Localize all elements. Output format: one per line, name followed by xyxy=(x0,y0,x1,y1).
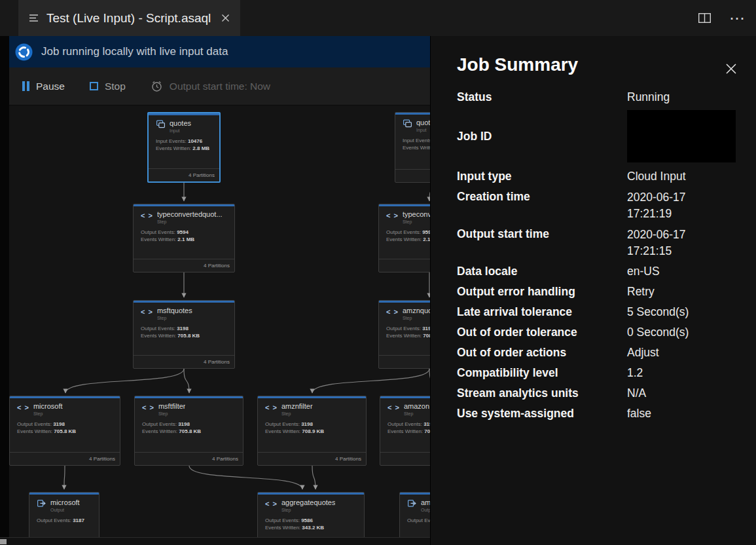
output-start-time-label: Output start time: Now xyxy=(170,81,270,92)
summary-label: Use system-assigned xyxy=(457,406,627,421)
horizontal-scrollbar[interactable] xyxy=(0,537,430,545)
summary-row: Output error handlingRetry xyxy=(457,284,756,299)
node-partitions-label: 4 Partitions xyxy=(10,452,120,465)
split-editor-icon[interactable] xyxy=(698,13,711,23)
node-type-label: Step xyxy=(403,315,430,321)
summary-label: Out of order actions xyxy=(457,345,627,360)
diagram-node-aggregatequotes[interactable]: < >aggregatequotesStepOutput Events: 958… xyxy=(257,492,365,537)
diagram-edge xyxy=(64,466,65,489)
diagram-node-quotes-2[interactable]: quotesInputInput Events: 10476Events Wri… xyxy=(395,112,430,183)
node-title: quotes xyxy=(170,119,191,128)
node-type-label: Step xyxy=(403,219,430,225)
diagram-node-amazon-output[interactable]: amazonOutputOutput Events: xyxy=(399,492,430,537)
node-type-label: Step xyxy=(157,219,223,225)
summary-label: Input type xyxy=(457,169,627,183)
node-title: microsoft xyxy=(33,402,63,411)
job-toolbar: Pause Stop Output start time: Now xyxy=(9,67,430,105)
summary-label: Stream analytics units xyxy=(457,386,627,400)
node-stat: Output Events: 9594 xyxy=(141,229,229,236)
summary-value: 1.2 xyxy=(627,366,738,380)
summary-value: 5 Second(s) xyxy=(627,305,738,319)
node-partitions-label: 4 Partitions xyxy=(149,168,219,181)
node-title: microsoft xyxy=(50,498,80,507)
summary-row: Output start time2020-06-17 17:21:15 xyxy=(457,227,756,259)
tab-close-icon[interactable] xyxy=(221,14,230,22)
summary-row: Data localeen-US xyxy=(457,264,756,278)
diagram-edge xyxy=(312,369,429,393)
node-title: amznquotes xyxy=(403,307,430,315)
diagram-edge xyxy=(65,369,184,393)
node-title: amazon xyxy=(421,498,430,507)
step-icon: < > xyxy=(17,402,29,412)
summary-label: Output start time xyxy=(457,227,627,241)
node-title: msftfilter xyxy=(158,402,186,411)
diagram-node-typeconvertedquotes-2[interactable]: < >typeconvertedquot...StepOutput Events… xyxy=(378,204,430,272)
step-icon: < > xyxy=(387,402,400,412)
diagram-node-typeconvertedquotes[interactable]: < >typeconvertedquot...StepOutput Events… xyxy=(133,204,235,272)
scrollbar-thumb[interactable] xyxy=(0,539,7,544)
node-stat: Output Events: 3198 xyxy=(142,421,238,428)
summary-row: Out of order actionsAdjust xyxy=(457,345,756,360)
notification-message: Job running locally with live input data xyxy=(41,45,228,58)
summary-label: Data locale xyxy=(457,264,627,278)
node-title: aggregatequotes xyxy=(281,498,336,507)
node-type-label: Step xyxy=(158,411,186,417)
job-running-spinner-icon xyxy=(15,43,33,61)
node-stat: Output Events: 3198 xyxy=(386,325,430,332)
diagram-node-amazon[interactable]: < >amazonStepOutput Events: 3198Events W… xyxy=(380,396,430,466)
pause-icon xyxy=(22,81,29,91)
diagram-node-amznfilter[interactable]: < >amznfilterStepOutput Events: 3198Even… xyxy=(257,396,367,466)
job-summary-title: Job Summary xyxy=(457,54,756,76)
node-stat: Events Written: 708.9 KB xyxy=(387,428,430,435)
node-stat: Events Written: 2.8 MB xyxy=(156,145,214,152)
node-stat: Events Written: 708.9 KB xyxy=(386,332,430,339)
notification-bar: Job running locally with live input data xyxy=(9,36,430,67)
tab-test-live-input[interactable]: Test (Live Input) - Script.asaql xyxy=(18,0,240,36)
summary-value: Adjust xyxy=(627,345,738,360)
node-partitions-label: 4 Partitions xyxy=(379,259,430,272)
input-icon xyxy=(156,119,166,129)
diagram-node-msftquotes[interactable]: < >msftquotesStepOutput Events: 3198Even… xyxy=(133,300,235,369)
summary-value: false xyxy=(627,406,738,421)
app-window: Job running locally with live input data… xyxy=(0,0,756,545)
node-title: amznfilter xyxy=(281,402,313,411)
node-partitions-label: 4 Partitions xyxy=(134,259,234,272)
summary-value: 2020-06-17 17:21:15 xyxy=(627,227,725,259)
node-partitions-label: 4 Partitions xyxy=(380,452,430,465)
node-stat: Output Events: 9586 xyxy=(265,517,359,524)
panel-close-button[interactable] xyxy=(725,62,738,75)
node-type-label: Input xyxy=(170,128,191,134)
step-icon: < > xyxy=(386,307,399,316)
job-id-redacted-box xyxy=(627,110,736,162)
node-partitions-label: 4 Partitions xyxy=(395,169,430,182)
summary-label: Creation time xyxy=(457,189,627,204)
tab-title: Test (Live Input) - Script.asaql xyxy=(46,11,211,26)
node-stat: Events Written: 708.9 KB xyxy=(265,428,361,435)
stop-button[interactable]: Stop xyxy=(90,81,126,92)
diagram-edge xyxy=(189,466,302,489)
diagram-edge xyxy=(312,466,315,489)
file-icon xyxy=(29,14,39,22)
step-icon: < > xyxy=(142,402,154,412)
summary-label: Out of order tolerance xyxy=(457,325,627,339)
step-icon: < > xyxy=(141,307,153,316)
node-stat: Output Events: 3198 xyxy=(17,421,115,428)
node-type-label: Input xyxy=(416,127,430,133)
summary-label: Output error handling xyxy=(457,284,627,299)
pause-button[interactable]: Pause xyxy=(22,81,65,92)
summary-label: Late arrival tolerance xyxy=(457,305,627,319)
step-icon: < > xyxy=(265,498,278,508)
diagram-node-msftfilter[interactable]: < >msftfilterStepOutput Events: 3198Even… xyxy=(134,396,243,466)
more-actions-icon[interactable]: ⋯ xyxy=(729,12,746,25)
summary-row: Input typeCloud Input xyxy=(457,169,756,183)
diagram-node-microsoft-output[interactable]: microsoftOutputOutput Events: 3187 xyxy=(29,492,99,537)
summary-value: Cloud Input xyxy=(627,169,738,183)
diagram-canvas[interactable]: quotesInputInput Events: 10476Events Wri… xyxy=(9,105,430,537)
summary-row: Compatibility level1.2 xyxy=(457,366,756,380)
diagram-node-microsoft[interactable]: < >microsoftStepOutput Events: 3198Event… xyxy=(9,396,120,466)
node-partitions-label: 4 Partitions xyxy=(379,355,430,368)
node-stat: Input Events: 10476 xyxy=(403,137,430,144)
diagram-node-amznquotes[interactable]: < >amznquotesStepOutput Events: 3198Even… xyxy=(378,300,430,369)
diagram-node-quotes[interactable]: quotesInputInput Events: 10476Events Wri… xyxy=(147,112,221,183)
node-stat: Events Written: 2.8 MB xyxy=(403,144,430,151)
